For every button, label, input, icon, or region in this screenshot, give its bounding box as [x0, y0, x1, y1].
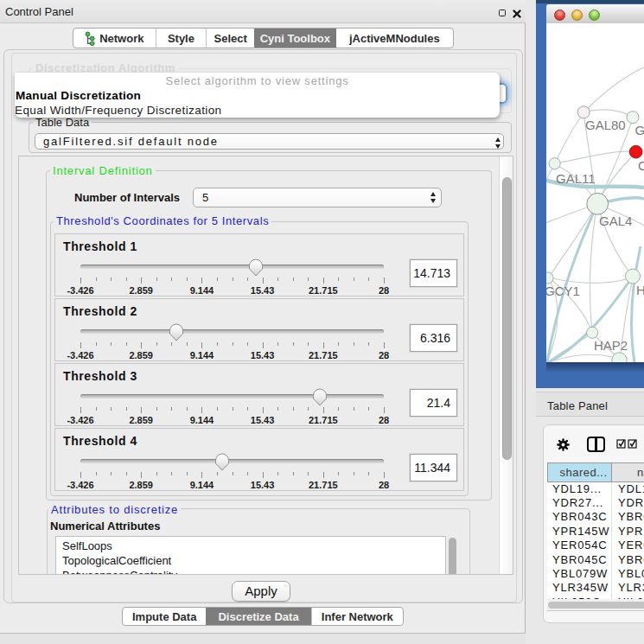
svg-text:C: C	[638, 158, 644, 173]
svg-text:HAP2: HAP2	[594, 338, 628, 353]
svg-text:GAL4: GAL4	[599, 214, 632, 228]
svg-text:GA: GA	[635, 123, 644, 137]
svg-text:H: H	[636, 283, 644, 297]
svg-text:GCY1: GCY1	[546, 284, 580, 298]
svg-text:GAL80: GAL80	[585, 118, 626, 132]
svg-text:GAL11: GAL11	[556, 171, 596, 186]
